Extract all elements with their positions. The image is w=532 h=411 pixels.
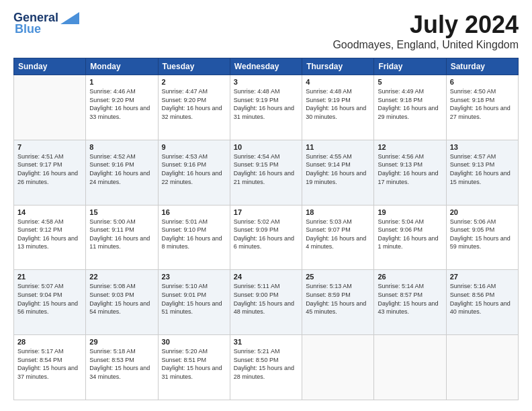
calendar-cell: 25Sunrise: 5:13 AMSunset: 8:59 PMDayligh… (302, 270, 374, 335)
day-number: 20 (450, 208, 515, 216)
day-number: 4 (306, 78, 370, 86)
calendar-cell: 3Sunrise: 4:48 AMSunset: 9:19 PMDaylight… (230, 75, 302, 140)
calendar-cell (302, 335, 374, 400)
day-info: Sunrise: 5:13 AMSunset: 8:59 PMDaylight:… (306, 282, 370, 316)
header-wednesday: Wednesday (230, 58, 302, 75)
header-tuesday: Tuesday (158, 58, 230, 75)
day-info: Sunrise: 4:58 AMSunset: 9:12 PMDaylight:… (17, 218, 82, 251)
calendar-cell: 17Sunrise: 5:02 AMSunset: 9:09 PMDayligh… (230, 205, 302, 270)
day-number: 9 (162, 143, 226, 151)
calendar-cell (14, 75, 86, 140)
day-info: Sunrise: 5:00 AMSunset: 9:11 PMDaylight:… (89, 218, 154, 251)
calendar-week-1: 1Sunrise: 4:46 AMSunset: 9:20 PMDaylight… (14, 75, 519, 140)
day-info: Sunrise: 4:57 AMSunset: 9:13 PMDaylight:… (450, 152, 515, 186)
calendar-cell: 28Sunrise: 5:17 AMSunset: 8:54 PMDayligh… (14, 335, 86, 400)
calendar-cell: 6Sunrise: 4:50 AMSunset: 9:18 PMDaylight… (446, 75, 518, 140)
day-number: 12 (378, 143, 442, 151)
day-info: Sunrise: 4:52 AMSunset: 9:16 PMDaylight:… (89, 152, 154, 186)
day-info: Sunrise: 5:01 AMSunset: 9:10 PMDaylight:… (162, 218, 226, 251)
day-info: Sunrise: 4:46 AMSunset: 9:20 PMDaylight:… (89, 87, 154, 121)
header-sunday: Sunday (14, 58, 86, 75)
day-number: 7 (17, 143, 82, 151)
calendar-week-4: 21Sunrise: 5:07 AMSunset: 9:04 PMDayligh… (14, 270, 519, 335)
calendar-cell (446, 335, 518, 400)
day-number: 29 (89, 338, 154, 346)
calendar-cell: 9Sunrise: 4:53 AMSunset: 9:16 PMDaylight… (158, 140, 230, 205)
day-number: 26 (378, 273, 442, 281)
day-number: 3 (234, 78, 298, 86)
day-number: 2 (162, 78, 226, 86)
calendar-cell: 31Sunrise: 5:21 AMSunset: 8:50 PMDayligh… (230, 335, 302, 400)
day-number: 17 (234, 208, 298, 216)
day-number: 6 (450, 78, 515, 86)
day-info: Sunrise: 4:50 AMSunset: 9:18 PMDaylight:… (450, 87, 515, 121)
day-info: Sunrise: 4:56 AMSunset: 9:13 PMDaylight:… (378, 152, 442, 186)
day-number: 16 (162, 208, 226, 216)
header-friday: Friday (374, 58, 446, 75)
day-info: Sunrise: 5:08 AMSunset: 9:03 PMDaylight:… (89, 282, 154, 316)
calendar-cell: 27Sunrise: 5:16 AMSunset: 8:56 PMDayligh… (446, 270, 518, 335)
calendar-cell: 7Sunrise: 4:51 AMSunset: 9:17 PMDaylight… (14, 140, 86, 205)
day-info: Sunrise: 5:16 AMSunset: 8:56 PMDaylight:… (450, 282, 515, 316)
day-info: Sunrise: 4:48 AMSunset: 9:19 PMDaylight:… (306, 87, 370, 121)
day-number: 24 (234, 273, 298, 281)
day-info: Sunrise: 5:04 AMSunset: 9:06 PMDaylight:… (378, 218, 442, 251)
calendar-cell: 24Sunrise: 5:11 AMSunset: 9:00 PMDayligh… (230, 270, 302, 335)
title-section: July 2024 Goodmayes, England, United Kin… (332, 11, 519, 51)
calendar-cell: 21Sunrise: 5:07 AMSunset: 9:04 PMDayligh… (14, 270, 86, 335)
calendar-week-3: 14Sunrise: 4:58 AMSunset: 9:12 PMDayligh… (14, 205, 519, 270)
day-number: 11 (306, 143, 370, 151)
location: Goodmayes, England, United Kingdom (332, 39, 519, 51)
header-row: Sunday Monday Tuesday Wednesday Thursday… (14, 58, 519, 75)
calendar-table: Sunday Monday Tuesday Wednesday Thursday… (13, 58, 519, 400)
calendar-cell: 22Sunrise: 5:08 AMSunset: 9:03 PMDayligh… (86, 270, 158, 335)
day-number: 8 (89, 143, 154, 151)
calendar-cell: 14Sunrise: 4:58 AMSunset: 9:12 PMDayligh… (14, 205, 86, 270)
day-number: 25 (306, 273, 370, 281)
day-number: 30 (162, 338, 226, 346)
day-info: Sunrise: 4:48 AMSunset: 9:19 PMDaylight:… (234, 87, 298, 121)
day-info: Sunrise: 4:49 AMSunset: 9:18 PMDaylight:… (378, 87, 442, 121)
day-info: Sunrise: 5:11 AMSunset: 9:00 PMDaylight:… (234, 282, 298, 316)
calendar-cell: 26Sunrise: 5:14 AMSunset: 8:57 PMDayligh… (374, 270, 446, 335)
calendar-cell: 10Sunrise: 4:54 AMSunset: 9:15 PMDayligh… (230, 140, 302, 205)
day-number: 18 (306, 208, 370, 216)
day-info: Sunrise: 5:03 AMSunset: 9:07 PMDaylight:… (306, 218, 370, 251)
day-info: Sunrise: 5:02 AMSunset: 9:09 PMDaylight:… (234, 218, 298, 251)
logo-blue: Blue (15, 22, 41, 36)
day-number: 31 (234, 338, 298, 346)
day-number: 13 (450, 143, 515, 151)
calendar-cell: 23Sunrise: 5:10 AMSunset: 9:01 PMDayligh… (158, 270, 230, 335)
calendar-cell: 18Sunrise: 5:03 AMSunset: 9:07 PMDayligh… (302, 205, 374, 270)
day-info: Sunrise: 5:06 AMSunset: 9:05 PMDaylight:… (450, 218, 515, 251)
calendar-cell: 1Sunrise: 4:46 AMSunset: 9:20 PMDaylight… (86, 75, 158, 140)
day-info: Sunrise: 4:47 AMSunset: 9:20 PMDaylight:… (162, 87, 226, 121)
day-number: 5 (378, 78, 442, 86)
day-info: Sunrise: 5:21 AMSunset: 8:50 PMDaylight:… (234, 347, 298, 381)
day-number: 14 (17, 208, 82, 216)
header-saturday: Saturday (446, 58, 518, 75)
day-info: Sunrise: 5:18 AMSunset: 8:53 PMDaylight:… (89, 347, 154, 381)
day-number: 15 (89, 208, 154, 216)
day-info: Sunrise: 5:10 AMSunset: 9:01 PMDaylight:… (162, 282, 226, 316)
logo: General Blue (13, 11, 79, 36)
calendar-cell: 13Sunrise: 4:57 AMSunset: 9:13 PMDayligh… (446, 140, 518, 205)
calendar-cell: 8Sunrise: 4:52 AMSunset: 9:16 PMDaylight… (86, 140, 158, 205)
calendar-cell: 16Sunrise: 5:01 AMSunset: 9:10 PMDayligh… (158, 205, 230, 270)
day-info: Sunrise: 4:51 AMSunset: 9:17 PMDaylight:… (17, 152, 82, 186)
day-number: 19 (378, 208, 442, 216)
day-number: 28 (17, 338, 82, 346)
calendar-week-2: 7Sunrise: 4:51 AMSunset: 9:17 PMDaylight… (14, 140, 519, 205)
day-number: 21 (17, 273, 82, 281)
calendar-cell: 11Sunrise: 4:55 AMSunset: 9:14 PMDayligh… (302, 140, 374, 205)
header-monday: Monday (86, 58, 158, 75)
page: General Blue July 2024 Goodmayes, Englan… (0, 0, 532, 411)
calendar-cell: 12Sunrise: 4:56 AMSunset: 9:13 PMDayligh… (374, 140, 446, 205)
day-info: Sunrise: 5:07 AMSunset: 9:04 PMDaylight:… (17, 282, 82, 316)
day-info: Sunrise: 4:55 AMSunset: 9:14 PMDaylight:… (306, 152, 370, 186)
calendar-cell (374, 335, 446, 400)
calendar-cell: 5Sunrise: 4:49 AMSunset: 9:18 PMDaylight… (374, 75, 446, 140)
day-info: Sunrise: 4:53 AMSunset: 9:16 PMDaylight:… (162, 152, 226, 186)
day-info: Sunrise: 5:17 AMSunset: 8:54 PMDaylight:… (17, 347, 82, 381)
day-number: 10 (234, 143, 298, 151)
